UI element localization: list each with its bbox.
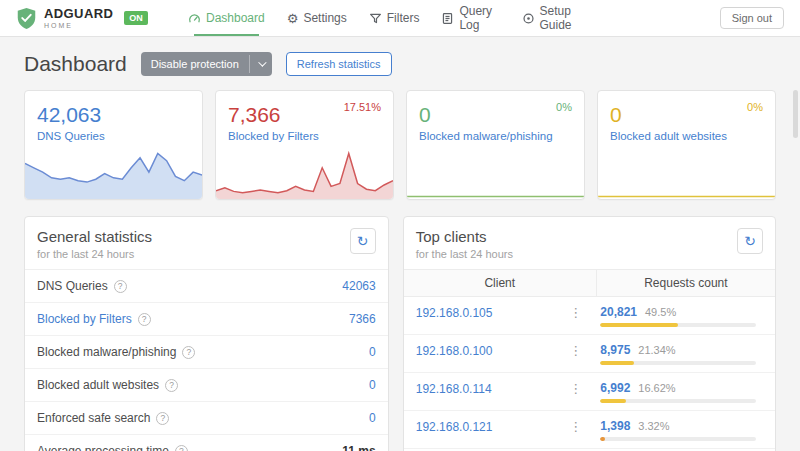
- table-row: DNS Queries ? 42063: [25, 270, 388, 303]
- card-title: Top clients: [416, 228, 513, 245]
- scrollbar-thumb[interactable]: [793, 90, 798, 138]
- client-ip-link[interactable]: 192.168.0.100: [416, 344, 493, 358]
- tab-filters[interactable]: Filters: [369, 0, 420, 36]
- requests-cell: 8,975 21.34%: [596, 343, 763, 365]
- help-icon[interactable]: ?: [165, 379, 178, 392]
- stat-value: 42,063: [37, 103, 190, 126]
- stat-row-value: 0: [369, 378, 376, 392]
- setup-guide-icon: [522, 12, 535, 25]
- table-row: Blocked adult websites ? 0: [25, 369, 388, 402]
- tab-dashboard[interactable]: Dashboard: [188, 0, 265, 36]
- card-header: General statistics for the last 24 hours…: [25, 217, 388, 269]
- table-row: Enforced safe search ? 0: [25, 402, 388, 435]
- client-ip-link[interactable]: 192.168.0.105: [416, 306, 493, 320]
- kebab-menu-icon[interactable]: ⋮: [565, 381, 586, 396]
- page-title: Dashboard: [24, 52, 127, 76]
- table-row: 192.168.0.121 ⋮ 1,398 3.32%: [404, 411, 775, 449]
- sign-out-button[interactable]: Sign out: [720, 7, 784, 29]
- help-icon[interactable]: ?: [182, 346, 195, 359]
- chevron-down-icon: [249, 55, 272, 73]
- stat-row-label: DNS Queries: [37, 279, 108, 293]
- status-badge: ON: [124, 11, 148, 25]
- top-clients-rows: 192.168.0.105 ⋮ 20,821 49.5% 192.168.0.1…: [404, 297, 775, 451]
- stat-row-value: 7366: [349, 312, 376, 326]
- help-icon[interactable]: ?: [175, 445, 188, 451]
- progress-bar-fill: [600, 323, 677, 327]
- help-icon[interactable]: ?: [156, 412, 169, 425]
- top-bar: ADGUARD HOME ON Dashboard ⚙ Settings Fil…: [0, 0, 800, 37]
- table-row: Blocked malware/phishing ? 0: [25, 336, 388, 369]
- table-row: 192.168.0.114 ⋮ 6,992 16.62%: [404, 373, 775, 411]
- requests-percent: 16.62%: [638, 382, 675, 394]
- card-title: General statistics: [37, 228, 152, 245]
- table-header: Client Requests count: [404, 269, 775, 297]
- nav-label: Query Log: [459, 4, 499, 32]
- brand-subtitle: HOME: [44, 22, 113, 29]
- progress-bar-fill: [600, 361, 633, 365]
- tab-settings[interactable]: ⚙ Settings: [287, 0, 347, 36]
- card-subtitle: for the last 24 hours: [37, 248, 152, 260]
- refresh-icon-button[interactable]: ↻: [737, 228, 763, 254]
- kebab-menu-icon[interactable]: ⋮: [565, 419, 586, 434]
- gear-icon: ⚙: [287, 12, 299, 25]
- stat-row-label: Average processing time: [37, 444, 169, 451]
- disable-protection-button[interactable]: Disable protection: [141, 52, 272, 76]
- client-ip-link[interactable]: 192.168.0.121: [416, 420, 493, 434]
- requests-cell: 20,821 49.5%: [596, 305, 763, 327]
- refresh-icon: ↻: [744, 234, 756, 248]
- general-statistics-rows: DNS Queries ? 42063 Blocked by Filters ?…: [25, 269, 388, 451]
- stat-label-link[interactable]: Blocked malware/phishing: [419, 130, 553, 142]
- client-cell: 192.168.0.114 ⋮: [416, 381, 597, 396]
- stat-value: 0: [419, 103, 572, 126]
- progress-bar: [600, 323, 756, 327]
- requests-count: 8,975: [600, 343, 630, 357]
- requests-count: 6,992: [600, 381, 630, 395]
- card-header: Top clients for the last 24 hours ↻: [404, 217, 775, 269]
- client-ip-link[interactable]: 192.168.0.114: [416, 382, 492, 396]
- stat-card-blocked-adult: 0 Blocked adult websites 0%: [597, 90, 776, 200]
- progress-bar-fill: [600, 399, 626, 403]
- dashboard-icon: [188, 12, 201, 25]
- nav-label: Filters: [387, 11, 420, 25]
- card-subtitle: for the last 24 hours: [416, 248, 513, 260]
- requests-percent: 21.34%: [638, 344, 675, 356]
- requests-count: 1,398: [600, 419, 630, 433]
- stat-card-dns-queries: 42,063 DNS Queries: [24, 90, 203, 200]
- sparkline-chart: [216, 147, 393, 199]
- kebab-menu-icon[interactable]: ⋮: [565, 305, 586, 320]
- general-statistics-card: General statistics for the last 24 hours…: [24, 216, 389, 451]
- progress-bar: [600, 437, 756, 441]
- column-header-client: Client: [404, 270, 597, 296]
- stat-label-link[interactable]: DNS Queries: [37, 130, 105, 142]
- sparkline-chart: [25, 147, 202, 199]
- brand: ADGUARD HOME ON: [16, 7, 148, 30]
- refresh-icon-button[interactable]: ↻: [350, 228, 376, 254]
- stat-value: 0: [610, 103, 763, 126]
- nav-label: Settings: [303, 11, 346, 25]
- client-cell: 192.168.0.105 ⋮: [416, 305, 597, 320]
- stat-label-link[interactable]: Blocked by Filters: [228, 130, 319, 142]
- column-header-requests: Requests count: [597, 270, 775, 296]
- stat-card-blocked-filters: 7,366 Blocked by Filters 17.51%: [215, 90, 394, 200]
- stat-card-blocked-malware: 0 Blocked malware/phishing 0%: [406, 90, 585, 200]
- refresh-icon: ↻: [357, 234, 369, 248]
- stat-row-value: 42063: [342, 279, 375, 293]
- refresh-statistics-button[interactable]: Refresh statistics: [286, 52, 392, 76]
- stat-percent: 0%: [747, 101, 763, 113]
- brand-text: ADGUARD HOME: [44, 7, 113, 29]
- tab-setup-guide[interactable]: Setup Guide: [522, 0, 588, 36]
- stat-percent: 17.51%: [344, 101, 381, 113]
- stat-row-value: 11 ms: [342, 444, 375, 451]
- disable-protection-label: Disable protection: [141, 52, 249, 76]
- brand-name: ADGUARD: [44, 7, 113, 20]
- nav-label: Dashboard: [206, 11, 265, 25]
- table-row: 192.168.0.100 ⋮ 8,975 21.34%: [404, 335, 775, 373]
- stat-label-link[interactable]: Blocked adult websites: [610, 130, 727, 142]
- progress-bar-fill: [600, 437, 605, 441]
- bottom-section: General statistics for the last 24 hours…: [24, 216, 776, 451]
- kebab-menu-icon[interactable]: ⋮: [565, 343, 586, 358]
- tab-query-log[interactable]: Query Log: [441, 0, 499, 36]
- help-icon[interactable]: ?: [138, 313, 151, 326]
- stat-percent: 0%: [556, 101, 572, 113]
- help-icon[interactable]: ?: [114, 280, 127, 293]
